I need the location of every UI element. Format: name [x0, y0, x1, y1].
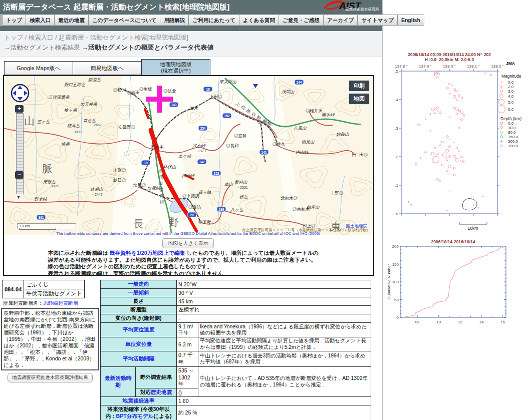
svg-text:152: 152 — [224, 114, 230, 118]
zoom-in-button[interactable]: + — [15, 105, 24, 113]
svg-text:299: 299 — [219, 208, 224, 211]
aist-logo[interactable]: AIST 産業技術総合研究所 — [295, 1, 380, 14]
map-label: ・2662 — [90, 123, 102, 127]
nav-item[interactable]: よくある質問 — [239, 15, 279, 26]
length-label: 長さ — [101, 297, 177, 306]
nav-item[interactable]: 用語解説 — [160, 15, 188, 26]
map-label: 長 — [133, 218, 144, 230]
recurrence-link[interactable]: 平均活動間隔 — [123, 355, 155, 361]
svg-text:Cumulative Number: Cumulative Number — [387, 264, 391, 299]
svg-text:19: 19 — [144, 161, 148, 165]
dip-link[interactable]: 一般傾斜 — [128, 289, 149, 295]
svg-text:0: 0 — [397, 315, 399, 320]
parent-fault-link[interactable]: 糸静線起震断層 — [43, 300, 78, 306]
map-label: ◎下諏訪 — [182, 193, 200, 198]
nav-item[interactable]: 最近の地震 — [54, 15, 88, 26]
segment-code: 084-04 — [3, 280, 24, 298]
zoom-track[interactable] — [16, 113, 24, 194]
svg-text:36.2: 36.2 — [395, 155, 399, 159]
svg-text:80.0: 80.0 — [508, 130, 516, 135]
zoom-arrow-icon: ▼ — [16, 194, 21, 200]
elapsed-ratio-link[interactable]: 地震後経過率 — [123, 397, 155, 403]
map-layers-button[interactable]: 地図 — [349, 93, 370, 105]
svg-text:50: 50 — [394, 298, 399, 302]
unitslip-link[interactable]: 単位変位量 — [125, 341, 152, 347]
map-label: ◎立科 — [234, 133, 247, 138]
map-label: 王ヶ頭 — [178, 153, 192, 158]
map-label: 御座山 — [307, 205, 320, 210]
pan-control[interactable] — [10, 83, 30, 103]
svg-text:14: 14 — [479, 320, 484, 324]
historical-eq-value: () — [177, 388, 198, 397]
divider-strip — [0, 26, 382, 31]
zoom-handle[interactable]: − — [15, 171, 24, 179]
segment-description: 長野県中部，松本盆地の東縁から諏訪盆地の南西縁にかけて北西-南東方向に延びる左横… — [1, 308, 99, 370]
nav-item[interactable]: English — [397, 15, 424, 26]
hq-evaluation-button[interactable]: 地震調査研究推進本部長期評価結果 — [8, 373, 93, 382]
table-row: 最新活動時期野外調査結果535 ～ 1302 年中山トレンチにおいて，AD 53… — [101, 367, 371, 388]
map-label: 下仁田◎ — [350, 152, 368, 157]
breadcrumb-result-link[interactable]: →活動セグメント検索結果 — [4, 44, 82, 51]
nav-item[interactable]: トップ — [2, 15, 26, 26]
strike-link[interactable]: 一般走向 — [128, 281, 149, 287]
map-label: ・2531 — [236, 186, 248, 189]
map-label: 妙義山 — [336, 132, 349, 137]
svg-text:08: 08 — [415, 320, 420, 324]
map-label: 和田峠 — [181, 173, 195, 178]
nav-item[interactable]: ご利用にあたって — [188, 15, 238, 26]
svg-text:137.8 °: 137.8 ° — [395, 64, 407, 69]
map-label: 車山 — [224, 182, 233, 187]
map-label: 霧ヶ峰 — [198, 190, 212, 195]
svg-text:141: 141 — [261, 151, 267, 154]
map-label: 三俣蓮華岳 — [48, 95, 70, 100]
map-label: 鉢盛山 — [90, 187, 103, 192]
map-label: 野麦峠 — [34, 197, 48, 202]
sliprate-link[interactable]: 平均変位速度 — [123, 326, 155, 332]
enlarge-map-button[interactable]: 地図を大きく表示 — [162, 238, 214, 248]
strike-value: N 20°W — [177, 280, 371, 289]
map-label: 青木 — [190, 106, 199, 111]
svg-text:200: 200 — [392, 244, 399, 249]
type-label: 断層型 — [101, 306, 177, 314]
svg-text:361: 361 — [39, 216, 44, 219]
svg-text:254: 254 — [200, 127, 206, 130]
nav-item[interactable]: 検索入口 — [26, 15, 54, 26]
tab-google-maps[interactable]: Google Maps版へ — [4, 61, 73, 75]
svg-text:300.0: 300.0 — [508, 139, 518, 144]
map-label: ・1973 — [194, 149, 206, 153]
svg-text:10: 10 — [436, 320, 441, 324]
breadcrumb[interactable]: トップ / 検索入口 / 起震断層・活動セグメント検索[地理院地図版] — [4, 34, 188, 42]
svg-text:138.0 °: 138.0 ° — [443, 64, 455, 69]
nav-item[interactable]: ご意見・ご感想 — [279, 15, 323, 26]
historical-eq-link[interactable]: 歴史地震 — [151, 389, 172, 395]
map-label: 横岳 — [239, 194, 248, 199]
table-row: 平均活動間隔0.7 千年中山トレンチにおける過去3回の活動時期（奥村ほか，199… — [101, 351, 371, 367]
svg-text:2.0: 2.0 — [508, 85, 514, 89]
svg-text:36.5: 36.5 — [395, 69, 399, 74]
map-label: ◎軽井沢 — [306, 108, 323, 113]
page-title: 活断層データベース 起震断層・活動セグメント検索[地理院地図版] — [3, 3, 229, 12]
map-label: 山 — [24, 115, 35, 127]
edit-source-link[interactable]: 既存資料を1/20万地図上で編集 — [110, 250, 185, 256]
print-button[interactable]: 印刷 — [349, 80, 370, 92]
gsi-map[interactable]: 181441431522541411421522992019361 ◎松川◎池田… — [4, 76, 372, 235]
zoom-slider[interactable]: + − ▼ — [15, 105, 24, 198]
nav-item[interactable]: アーカイブ — [323, 15, 357, 26]
sliprate-note: Ikeda and Yonekura（1986）などによる段丘崖の横ずれ変位から… — [198, 323, 371, 337]
bpt-model-link[interactable]: BPT分布モデル — [116, 413, 154, 419]
dip-value: 90 ° V — [177, 289, 371, 297]
length-value: 45 km — [177, 297, 371, 306]
nav-item[interactable]: このデータベースについて — [88, 15, 160, 26]
svg-text:4.0: 4.0 — [508, 94, 514, 99]
svg-text:JMA: JMA — [506, 61, 515, 66]
tab-simple-map[interactable]: 簡易地図版へ — [73, 61, 142, 75]
table-row: 将来活動確率 (今後30年以内：BPT分布モデルによる)約 25 % — [101, 405, 371, 420]
svg-text:144: 144 — [297, 81, 302, 84]
map-label: 野 — [168, 216, 179, 228]
nav-item[interactable]: サイトマップ — [357, 15, 397, 26]
svg-text:138.1 °: 138.1 ° — [467, 64, 479, 69]
table-row: 一般傾斜90 ° V — [101, 289, 371, 297]
latest-event-link[interactable]: 最新活動時期 — [105, 375, 131, 388]
tab-gsi-map-selected[interactable]: 地理院地図版 (現在選択中) — [141, 59, 210, 76]
map-label: ◎松川 — [113, 88, 126, 93]
